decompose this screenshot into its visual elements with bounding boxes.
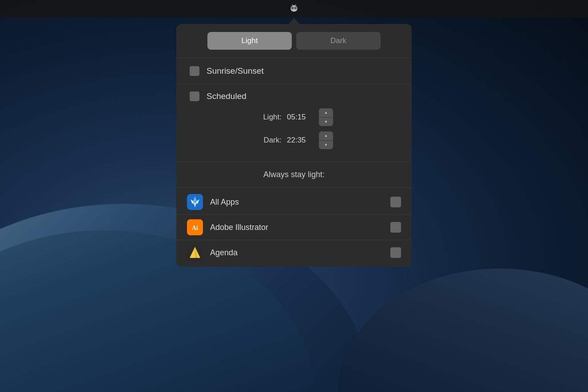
dark-time-down[interactable]: ▼ (319, 141, 333, 150)
topbar (0, 0, 588, 18)
popup-arrow (289, 18, 299, 24)
svg-text:Ai: Ai (192, 225, 198, 231)
all-apps-row: All Apps (176, 190, 412, 215)
apps-section: All Apps Ai Adobe Illustrator (176, 188, 412, 267)
light-time-row: Light: 05:15 ▲ ▼ (190, 108, 398, 126)
dark-time-value: 22:35 (287, 136, 314, 145)
owl-icon[interactable] (289, 3, 299, 15)
toggle-section: Light Dark (176, 24, 412, 58)
svg-point-6 (295, 8, 296, 8)
light-time-stepper[interactable]: ▲ ▼ (319, 108, 333, 126)
agenda-checkbox[interactable] (390, 247, 401, 258)
scheduled-label: Scheduled (207, 91, 246, 101)
scheduled-section: Scheduled Light: 05:15 ▲ ▼ Dark: 22:35 ▲… (176, 84, 412, 162)
adobe-illustrator-icon: Ai (187, 219, 203, 235)
scheduled-checkbox[interactable] (190, 91, 199, 101)
agenda-name: Agenda (210, 248, 383, 257)
agenda-icon (187, 245, 203, 261)
svg-marker-8 (292, 4, 293, 5)
scheduled-header: Scheduled (190, 91, 398, 101)
all-apps-name: All Apps (210, 198, 383, 207)
dark-time-stepper[interactable]: ▲ ▼ (319, 131, 333, 149)
sunrise-sunset-row: Sunrise/Sunset (176, 58, 412, 84)
always-stay-light-section: Always stay light: (176, 162, 412, 188)
all-apps-checkbox[interactable] (390, 197, 401, 207)
always-stay-light-label: Always stay light: (263, 170, 325, 179)
sunrise-sunset-checkbox[interactable] (190, 66, 199, 76)
sunrise-sunset-label: Sunrise/Sunset (207, 66, 264, 76)
all-apps-icon (187, 194, 203, 210)
light-time-value: 05:15 (287, 113, 314, 122)
agenda-row: Agenda (176, 240, 412, 265)
light-time-up[interactable]: ▲ (319, 108, 333, 117)
light-time-label: Light: (255, 113, 282, 122)
svg-marker-9 (295, 4, 296, 5)
light-time-down[interactable]: ▼ (319, 118, 333, 127)
dark-time-label: Dark: (255, 136, 282, 145)
adobe-illustrator-checkbox[interactable] (390, 222, 401, 233)
dark-time-row: Dark: 22:35 ▲ ▼ (190, 131, 398, 149)
light-button[interactable]: Light (207, 32, 292, 50)
dark-button[interactable]: Dark (296, 32, 381, 50)
svg-point-5 (292, 8, 293, 8)
popup-panel: Light Dark Sunrise/Sunset Scheduled Ligh… (176, 24, 412, 267)
dark-time-up[interactable]: ▲ (319, 131, 333, 140)
adobe-illustrator-name: Adobe Illustrator (210, 223, 383, 232)
adobe-illustrator-row: Ai Adobe Illustrator (176, 215, 412, 240)
